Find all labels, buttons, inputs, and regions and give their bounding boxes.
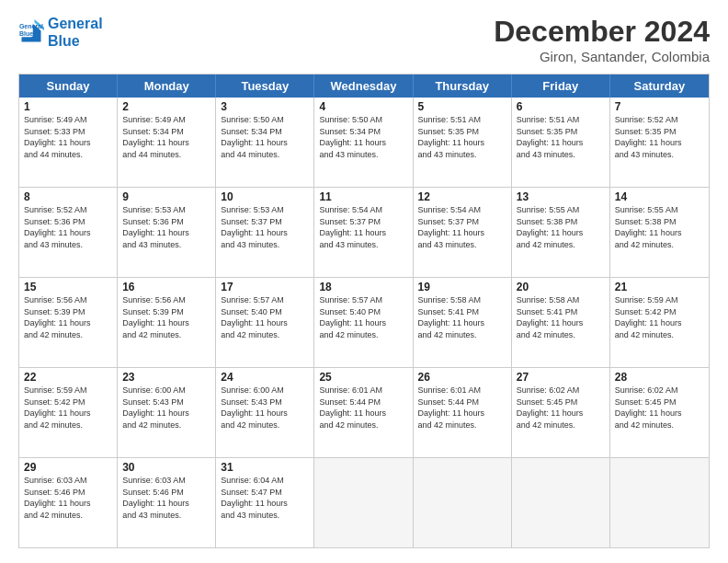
calendar: SundayMondayTuesdayWednesdayThursdayFrid… xyxy=(18,74,710,548)
svg-text:Blue: Blue xyxy=(19,31,33,38)
logo-text: General Blue xyxy=(48,15,103,50)
day-number: 11 xyxy=(319,190,407,203)
cell-info: Sunrise: 5:57 AMSunset: 5:40 PMDaylight:… xyxy=(221,294,309,340)
calendar-cell-21: 21Sunrise: 5:59 AMSunset: 5:42 PMDayligh… xyxy=(610,278,709,367)
cell-info: Sunrise: 5:58 AMSunset: 5:41 PMDaylight:… xyxy=(517,294,605,340)
cell-info: Sunrise: 5:56 AMSunset: 5:39 PMDaylight:… xyxy=(122,294,210,340)
header-day-friday: Friday xyxy=(512,75,610,98)
calendar-header: SundayMondayTuesdayWednesdayThursdayFrid… xyxy=(19,75,709,98)
day-number: 27 xyxy=(517,371,605,384)
day-number: 8 xyxy=(24,190,112,203)
calendar-cell-18: 18Sunrise: 5:57 AMSunset: 5:40 PMDayligh… xyxy=(314,278,413,367)
calendar-cell-5: 5Sunrise: 5:51 AMSunset: 5:35 PMDaylight… xyxy=(414,98,512,187)
day-number: 20 xyxy=(517,281,605,293)
cell-info: Sunrise: 5:53 AMSunset: 5:36 PMDaylight:… xyxy=(122,204,210,250)
cell-info: Sunrise: 5:52 AMSunset: 5:35 PMDaylight:… xyxy=(615,114,704,160)
cell-info: Sunrise: 6:00 AMSunset: 5:43 PMDaylight:… xyxy=(221,385,309,431)
day-number: 10 xyxy=(221,190,309,203)
logo: General Blue General Blue xyxy=(18,15,103,50)
header-day-tuesday: Tuesday xyxy=(216,75,314,98)
day-number: 30 xyxy=(122,461,210,474)
calendar-row-4: 22Sunrise: 5:59 AMSunset: 5:42 PMDayligh… xyxy=(19,367,709,457)
header-day-wednesday: Wednesday xyxy=(314,75,413,98)
logo-icon: General Blue xyxy=(18,19,44,45)
day-number: 22 xyxy=(24,371,112,384)
calendar-cell-3: 3Sunrise: 5:50 AMSunset: 5:34 PMDaylight… xyxy=(216,98,314,187)
day-number: 18 xyxy=(319,281,407,293)
calendar-cell-28: 28Sunrise: 6:02 AMSunset: 5:45 PMDayligh… xyxy=(610,368,709,457)
calendar-cell-9: 9Sunrise: 5:53 AMSunset: 5:36 PMDaylight… xyxy=(118,188,216,277)
day-number: 9 xyxy=(122,190,210,203)
calendar-cell-16: 16Sunrise: 5:56 AMSunset: 5:39 PMDayligh… xyxy=(118,278,216,367)
calendar-cell-19: 19Sunrise: 5:58 AMSunset: 5:41 PMDayligh… xyxy=(414,278,512,367)
day-number: 1 xyxy=(24,100,112,113)
calendar-cell-7: 7Sunrise: 5:52 AMSunset: 5:35 PMDaylight… xyxy=(610,98,709,187)
cell-info: Sunrise: 6:04 AMSunset: 5:47 PMDaylight:… xyxy=(221,475,309,521)
calendar-cell-15: 15Sunrise: 5:56 AMSunset: 5:39 PMDayligh… xyxy=(19,278,118,367)
cell-info: Sunrise: 6:02 AMSunset: 5:45 PMDaylight:… xyxy=(615,385,704,431)
calendar-cell-6: 6Sunrise: 5:51 AMSunset: 5:35 PMDaylight… xyxy=(512,98,610,187)
cell-info: Sunrise: 5:49 AMSunset: 5:33 PMDaylight:… xyxy=(24,114,112,160)
cell-info: Sunrise: 5:57 AMSunset: 5:40 PMDaylight:… xyxy=(319,294,407,340)
calendar-cell-2: 2Sunrise: 5:49 AMSunset: 5:34 PMDaylight… xyxy=(118,98,216,187)
calendar-row-3: 15Sunrise: 5:56 AMSunset: 5:39 PMDayligh… xyxy=(19,277,709,367)
cell-info: Sunrise: 5:50 AMSunset: 5:34 PMDaylight:… xyxy=(319,114,407,160)
calendar-cell-22: 22Sunrise: 5:59 AMSunset: 5:42 PMDayligh… xyxy=(19,368,118,457)
main-title: December 2024 xyxy=(494,15,710,49)
calendar-cell-30: 30Sunrise: 6:03 AMSunset: 5:46 PMDayligh… xyxy=(118,458,216,547)
cell-info: Sunrise: 5:52 AMSunset: 5:36 PMDaylight:… xyxy=(24,204,112,250)
calendar-cell-24: 24Sunrise: 6:00 AMSunset: 5:43 PMDayligh… xyxy=(216,368,314,457)
subtitle: Giron, Santander, Colombia xyxy=(494,49,710,64)
calendar-cell-12: 12Sunrise: 5:54 AMSunset: 5:37 PMDayligh… xyxy=(414,188,512,277)
cell-info: Sunrise: 5:59 AMSunset: 5:42 PMDaylight:… xyxy=(24,385,112,431)
day-number: 23 xyxy=(122,371,210,384)
calendar-body: 1Sunrise: 5:49 AMSunset: 5:33 PMDaylight… xyxy=(19,98,709,547)
day-number: 3 xyxy=(221,100,309,113)
calendar-cell-17: 17Sunrise: 5:57 AMSunset: 5:40 PMDayligh… xyxy=(216,278,314,367)
calendar-cell-13: 13Sunrise: 5:55 AMSunset: 5:38 PMDayligh… xyxy=(512,188,610,277)
day-number: 2 xyxy=(122,100,210,113)
day-number: 25 xyxy=(319,371,407,384)
calendar-cell-4: 4Sunrise: 5:50 AMSunset: 5:34 PMDaylight… xyxy=(314,98,413,187)
day-number: 14 xyxy=(615,190,704,203)
calendar-row-5: 29Sunrise: 6:03 AMSunset: 5:46 PMDayligh… xyxy=(19,457,709,547)
svg-text:General: General xyxy=(19,23,43,29)
cell-info: Sunrise: 6:00 AMSunset: 5:43 PMDaylight:… xyxy=(122,385,210,431)
calendar-cell-empty xyxy=(314,458,413,547)
cell-info: Sunrise: 5:51 AMSunset: 5:35 PMDaylight:… xyxy=(517,114,605,160)
calendar-cell-27: 27Sunrise: 6:02 AMSunset: 5:45 PMDayligh… xyxy=(512,368,610,457)
day-number: 5 xyxy=(418,100,506,113)
cell-info: Sunrise: 5:50 AMSunset: 5:34 PMDaylight:… xyxy=(221,114,309,160)
cell-info: Sunrise: 5:54 AMSunset: 5:37 PMDaylight:… xyxy=(418,204,506,250)
calendar-cell-11: 11Sunrise: 5:54 AMSunset: 5:37 PMDayligh… xyxy=(314,188,413,277)
calendar-cell-20: 20Sunrise: 5:58 AMSunset: 5:41 PMDayligh… xyxy=(512,278,610,367)
calendar-cell-8: 8Sunrise: 5:52 AMSunset: 5:36 PMDaylight… xyxy=(19,188,118,277)
cell-info: Sunrise: 6:01 AMSunset: 5:44 PMDaylight:… xyxy=(418,385,506,431)
day-number: 17 xyxy=(221,281,309,293)
day-number: 4 xyxy=(319,100,407,113)
day-number: 19 xyxy=(418,281,506,293)
header-day-sunday: Sunday xyxy=(19,75,118,98)
day-number: 28 xyxy=(615,371,704,384)
calendar-cell-10: 10Sunrise: 5:53 AMSunset: 5:37 PMDayligh… xyxy=(216,188,314,277)
calendar-cell-14: 14Sunrise: 5:55 AMSunset: 5:38 PMDayligh… xyxy=(610,188,709,277)
cell-info: Sunrise: 5:51 AMSunset: 5:35 PMDaylight:… xyxy=(418,114,506,160)
day-number: 24 xyxy=(221,371,309,384)
day-number: 21 xyxy=(615,281,704,293)
day-number: 26 xyxy=(418,371,506,384)
page: General Blue General Blue December 2024 … xyxy=(0,0,728,563)
calendar-cell-empty xyxy=(414,458,512,547)
header-day-thursday: Thursday xyxy=(414,75,512,98)
calendar-cell-empty xyxy=(610,458,709,547)
cell-info: Sunrise: 5:53 AMSunset: 5:37 PMDaylight:… xyxy=(221,204,309,250)
day-number: 29 xyxy=(24,461,112,474)
calendar-cell-29: 29Sunrise: 6:03 AMSunset: 5:46 PMDayligh… xyxy=(19,458,118,547)
calendar-row-2: 8Sunrise: 5:52 AMSunset: 5:36 PMDaylight… xyxy=(19,187,709,277)
day-number: 13 xyxy=(517,190,605,203)
calendar-row-1: 1Sunrise: 5:49 AMSunset: 5:33 PMDaylight… xyxy=(19,98,709,187)
cell-info: Sunrise: 5:49 AMSunset: 5:34 PMDaylight:… xyxy=(122,114,210,160)
calendar-cell-empty xyxy=(512,458,610,547)
header: General Blue General Blue December 2024 … xyxy=(18,15,710,64)
cell-info: Sunrise: 6:03 AMSunset: 5:46 PMDaylight:… xyxy=(24,475,112,521)
day-number: 7 xyxy=(615,100,704,113)
